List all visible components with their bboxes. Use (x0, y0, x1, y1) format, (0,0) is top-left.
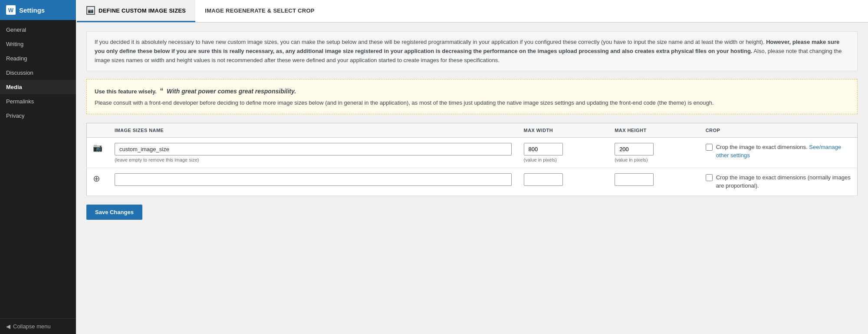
col-crop-header: CROP (700, 123, 858, 137)
row2-crop-cell: Crop the image to exact dimensions (norm… (700, 168, 858, 195)
row1-crop-checkbox[interactable] (706, 144, 713, 151)
warning-body: Please consult with a front-end develope… (95, 99, 849, 108)
row2-icon-cell: ⊕ (87, 168, 109, 195)
row1-width-hint: (value in pixels) (524, 157, 603, 162)
col-height-header: MAX HEIGHT (608, 123, 700, 137)
sidebar-nav: General Writing Reading Discussion Media… (0, 20, 76, 318)
row1-name-input[interactable] (115, 143, 512, 155)
tabs-bar: 📷 DEFINE CUSTOM IMAGE SIZES IMAGE REGENE… (76, 0, 868, 23)
row1-name-cell: (leave empty to remove this image size) (108, 137, 518, 168)
tab-regenerate-label: IMAGE REGENERATE & SELECT CROP (205, 7, 314, 14)
col-icon-header (87, 123, 109, 137)
sidebar: W Settings General Writing Reading Discu… (0, 0, 76, 334)
tab-custom-sizes-label: DEFINE CUSTOM IMAGE SIZES (99, 7, 186, 14)
sidebar-item-media[interactable]: Media (0, 80, 76, 94)
table-row: 📷 (leave empty to remove this image size… (87, 137, 858, 168)
add-row-icon: ⊕ (93, 174, 100, 183)
sidebar-item-reading[interactable]: Reading (0, 51, 76, 66)
wp-logo-icon: W (6, 5, 16, 15)
save-changes-button[interactable]: Save Changes (86, 205, 142, 220)
col-width-header: MAX WIDTH (518, 123, 609, 137)
row1-width-cell: (value in pixels) (518, 137, 609, 168)
image-row-icon: 📷 (93, 142, 102, 152)
row1-height-cell: (value in pixels) (608, 137, 700, 168)
warning-box: Use this feature wisely. “ With great po… (86, 79, 858, 114)
row2-crop-text: Crop the image to exact dimensions (norm… (716, 173, 851, 190)
chevron-left-icon: ◀ (6, 323, 10, 330)
row1-crop-text: Crop the image to exact dimensions. See/… (716, 143, 851, 160)
table-header-row: IMAGE SIZES NAME MAX WIDTH MAX HEIGHT CR… (87, 123, 858, 137)
row2-height-input[interactable] (615, 173, 654, 186)
row2-name-input[interactable] (115, 173, 512, 186)
row1-height-input[interactable] (615, 143, 654, 155)
quote-mark: “ (160, 87, 163, 95)
warning-title: Use this feature wisely. “ With great po… (95, 86, 849, 97)
row1-icon-cell: 📷 (87, 137, 109, 168)
collapse-label: Collapse menu (13, 323, 51, 330)
row2-width-cell (518, 168, 609, 195)
sidebar-item-general[interactable]: General (0, 23, 76, 37)
sidebar-item-writing[interactable]: Writing (0, 37, 76, 51)
info-text-normal: If you decided it is absolutely necessar… (95, 39, 765, 45)
row1-width-input[interactable] (524, 143, 563, 155)
row1-name-hint: (leave empty to remove this image size) (115, 157, 512, 162)
info-box: If you decided it is absolutely necessar… (86, 31, 858, 71)
image-sizes-table: IMAGE SIZES NAME MAX WIDTH MAX HEIGHT CR… (86, 123, 858, 196)
row1-height-hint: (value in pixels) (615, 157, 694, 162)
row2-name-cell (108, 168, 518, 195)
row2-width-input[interactable] (524, 173, 563, 186)
row1-crop-cell: Crop the image to exact dimensions. See/… (700, 137, 858, 168)
main-content: 📷 DEFINE CUSTOM IMAGE SIZES IMAGE REGENE… (76, 0, 868, 334)
col-name-header: IMAGE SIZES NAME (108, 123, 518, 137)
sidebar-header: W Settings (0, 0, 76, 20)
row2-crop-checkbox[interactable] (706, 174, 713, 181)
sidebar-title: Settings (19, 7, 45, 14)
tab-custom-sizes[interactable]: 📷 DEFINE CUSTOM IMAGE SIZES (77, 0, 195, 22)
row2-height-cell (608, 168, 700, 195)
page-content: If you decided it is absolutely necessar… (76, 23, 868, 334)
table-row: ⊕ Crop the image to exact dimen (87, 168, 858, 195)
sidebar-item-permalinks[interactable]: Permalinks (0, 94, 76, 109)
tab-regenerate[interactable]: IMAGE REGENERATE & SELECT CROP (195, 0, 324, 22)
image-tab-icon: 📷 (86, 6, 95, 15)
sidebar-item-privacy[interactable]: Privacy (0, 109, 76, 123)
collapse-menu[interactable]: ◀ Collapse menu (0, 318, 76, 334)
sidebar-item-discussion[interactable]: Discussion (0, 66, 76, 80)
warning-title-text: Use this feature wisely. (95, 88, 157, 95)
warning-quote: With great power comes great responsibil… (167, 88, 296, 95)
